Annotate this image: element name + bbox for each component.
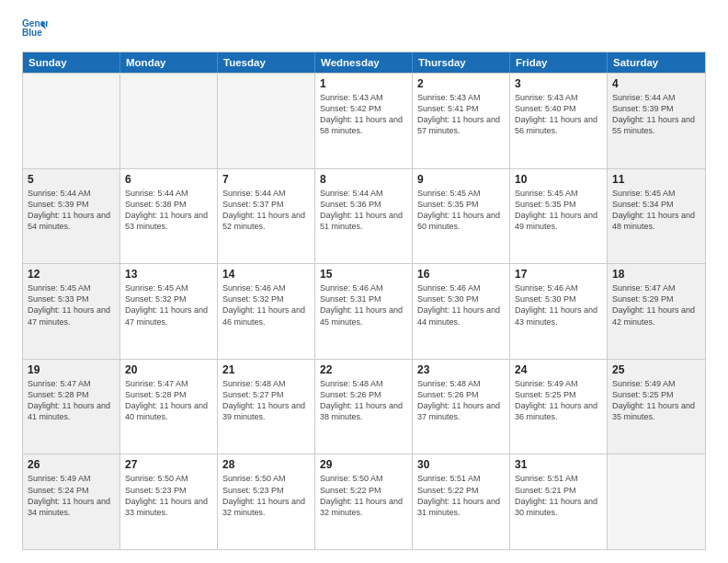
day-info: Sunrise: 5:45 AMSunset: 5:35 PMDaylight:…: [417, 188, 505, 233]
day-number: 17: [515, 268, 602, 281]
calendar-cell: 19Sunrise: 5:47 AMSunset: 5:28 PMDayligh…: [23, 360, 120, 454]
day-info: Sunrise: 5:46 AMSunset: 5:32 PMDaylight:…: [222, 282, 310, 327]
calendar-cell: 6Sunrise: 5:44 AMSunset: 5:38 PMDaylight…: [120, 169, 218, 264]
day-info: Sunrise: 5:45 AMSunset: 5:33 PMDaylight:…: [28, 282, 115, 327]
calendar-cell: 9Sunrise: 5:45 AMSunset: 5:35 PMDaylight…: [413, 169, 510, 264]
weekday-header: Wednesday: [315, 52, 413, 73]
calendar-body: 1Sunrise: 5:43 AMSunset: 5:42 PMDaylight…: [23, 73, 705, 549]
calendar: SundayMondayTuesdayWednesdayThursdayFrid…: [22, 52, 706, 550]
day-number: 22: [320, 363, 407, 376]
calendar-row: 1Sunrise: 5:43 AMSunset: 5:42 PMDaylight…: [23, 73, 705, 168]
day-number: 28: [222, 458, 310, 471]
day-info: Sunrise: 5:48 AMSunset: 5:26 PMDaylight:…: [320, 378, 407, 423]
day-number: 19: [28, 363, 115, 376]
day-number: 3: [515, 77, 602, 90]
weekday-header: Sunday: [23, 52, 120, 73]
day-info: Sunrise: 5:47 AMSunset: 5:29 PMDaylight:…: [612, 282, 700, 327]
day-number: 5: [28, 173, 115, 186]
calendar-row: 26Sunrise: 5:49 AMSunset: 5:24 PMDayligh…: [23, 454, 705, 549]
weekday-header: Monday: [120, 52, 218, 73]
day-info: Sunrise: 5:47 AMSunset: 5:28 PMDaylight:…: [125, 378, 212, 423]
calendar-cell: 26Sunrise: 5:49 AMSunset: 5:24 PMDayligh…: [23, 454, 120, 549]
day-info: Sunrise: 5:44 AMSunset: 5:37 PMDaylight:…: [222, 188, 310, 233]
day-info: Sunrise: 5:43 AMSunset: 5:40 PMDaylight:…: [515, 92, 602, 137]
calendar-cell: 28Sunrise: 5:50 AMSunset: 5:23 PMDayligh…: [218, 454, 315, 549]
day-number: 26: [28, 458, 115, 471]
day-info: Sunrise: 5:49 AMSunset: 5:25 PMDaylight:…: [612, 378, 700, 423]
day-info: Sunrise: 5:43 AMSunset: 5:42 PMDaylight:…: [320, 92, 407, 137]
logo: General Blue: [22, 17, 50, 44]
calendar-cell: 4Sunrise: 5:44 AMSunset: 5:39 PMDaylight…: [608, 74, 705, 168]
day-info: Sunrise: 5:47 AMSunset: 5:28 PMDaylight:…: [28, 378, 115, 423]
calendar-cell: 30Sunrise: 5:51 AMSunset: 5:22 PMDayligh…: [413, 454, 510, 549]
calendar-cell: 27Sunrise: 5:50 AMSunset: 5:23 PMDayligh…: [120, 454, 218, 549]
day-number: 14: [222, 268, 310, 281]
day-info: Sunrise: 5:44 AMSunset: 5:38 PMDaylight:…: [125, 188, 212, 233]
calendar-cell: 11Sunrise: 5:45 AMSunset: 5:34 PMDayligh…: [608, 169, 705, 264]
day-info: Sunrise: 5:45 AMSunset: 5:34 PMDaylight:…: [612, 188, 700, 233]
page: General Blue SundayMondayTuesdayWednesda…: [0, 0, 728, 563]
day-info: Sunrise: 5:50 AMSunset: 5:23 PMDaylight:…: [125, 473, 212, 518]
day-number: 2: [417, 77, 505, 90]
weekday-header: Friday: [510, 52, 608, 73]
day-info: Sunrise: 5:49 AMSunset: 5:24 PMDaylight:…: [28, 473, 115, 518]
day-info: Sunrise: 5:51 AMSunset: 5:21 PMDaylight:…: [515, 473, 602, 518]
calendar-cell: 25Sunrise: 5:49 AMSunset: 5:25 PMDayligh…: [608, 360, 705, 454]
calendar-cell: [218, 74, 315, 168]
day-number: 16: [417, 268, 505, 281]
day-number: 10: [515, 173, 602, 186]
day-number: 6: [125, 173, 212, 186]
calendar-cell: 12Sunrise: 5:45 AMSunset: 5:33 PMDayligh…: [23, 264, 120, 359]
calendar-cell: 20Sunrise: 5:47 AMSunset: 5:28 PMDayligh…: [120, 360, 218, 454]
calendar-cell: 2Sunrise: 5:43 AMSunset: 5:41 PMDaylight…: [413, 74, 510, 168]
day-number: 30: [417, 458, 505, 471]
day-number: 31: [515, 458, 602, 471]
day-number: 15: [320, 268, 407, 281]
day-info: Sunrise: 5:51 AMSunset: 5:22 PMDaylight:…: [417, 473, 505, 518]
day-info: Sunrise: 5:46 AMSunset: 5:31 PMDaylight:…: [320, 282, 407, 327]
day-info: Sunrise: 5:48 AMSunset: 5:26 PMDaylight:…: [417, 378, 505, 423]
weekday-header: Tuesday: [218, 52, 315, 73]
calendar-cell: 5Sunrise: 5:44 AMSunset: 5:39 PMDaylight…: [23, 169, 120, 264]
day-info: Sunrise: 5:46 AMSunset: 5:30 PMDaylight:…: [515, 282, 602, 327]
calendar-cell: 23Sunrise: 5:48 AMSunset: 5:26 PMDayligh…: [413, 360, 510, 454]
calendar-cell: 1Sunrise: 5:43 AMSunset: 5:42 PMDaylight…: [315, 74, 413, 168]
calendar-cell: [120, 74, 218, 168]
day-number: 9: [417, 173, 505, 186]
calendar-cell: 3Sunrise: 5:43 AMSunset: 5:40 PMDaylight…: [510, 74, 608, 168]
day-info: Sunrise: 5:50 AMSunset: 5:22 PMDaylight:…: [320, 473, 407, 518]
calendar-cell: 18Sunrise: 5:47 AMSunset: 5:29 PMDayligh…: [608, 264, 705, 359]
calendar-header: SundayMondayTuesdayWednesdayThursdayFrid…: [23, 52, 705, 73]
calendar-row: 12Sunrise: 5:45 AMSunset: 5:33 PMDayligh…: [23, 263, 705, 359]
calendar-cell: [608, 454, 705, 549]
day-number: 12: [28, 268, 115, 281]
day-number: 27: [125, 458, 212, 471]
calendar-cell: 14Sunrise: 5:46 AMSunset: 5:32 PMDayligh…: [218, 264, 315, 359]
day-number: 18: [612, 268, 700, 281]
day-info: Sunrise: 5:50 AMSunset: 5:23 PMDaylight:…: [222, 473, 310, 518]
calendar-row: 5Sunrise: 5:44 AMSunset: 5:39 PMDaylight…: [23, 168, 705, 264]
calendar-cell: 13Sunrise: 5:45 AMSunset: 5:32 PMDayligh…: [120, 264, 218, 359]
calendar-cell: [23, 74, 120, 168]
day-number: 29: [320, 458, 407, 471]
calendar-cell: 22Sunrise: 5:48 AMSunset: 5:26 PMDayligh…: [315, 360, 413, 454]
day-number: 21: [222, 363, 310, 376]
day-info: Sunrise: 5:43 AMSunset: 5:41 PMDaylight:…: [417, 92, 505, 137]
calendar-row: 19Sunrise: 5:47 AMSunset: 5:28 PMDayligh…: [23, 359, 705, 454]
logo-icon: General Blue: [22, 17, 48, 42]
calendar-cell: 31Sunrise: 5:51 AMSunset: 5:21 PMDayligh…: [510, 454, 608, 549]
calendar-cell: 24Sunrise: 5:49 AMSunset: 5:25 PMDayligh…: [510, 360, 608, 454]
day-info: Sunrise: 5:45 AMSunset: 5:35 PMDaylight:…: [515, 188, 602, 233]
day-number: 23: [417, 363, 505, 376]
calendar-cell: 10Sunrise: 5:45 AMSunset: 5:35 PMDayligh…: [510, 169, 608, 264]
day-info: Sunrise: 5:46 AMSunset: 5:30 PMDaylight:…: [417, 282, 505, 327]
day-info: Sunrise: 5:44 AMSunset: 5:39 PMDaylight:…: [612, 92, 700, 137]
day-number: 4: [612, 77, 700, 90]
day-number: 11: [612, 173, 700, 186]
day-info: Sunrise: 5:49 AMSunset: 5:25 PMDaylight:…: [515, 378, 602, 423]
day-info: Sunrise: 5:48 AMSunset: 5:27 PMDaylight:…: [222, 378, 310, 423]
day-number: 13: [125, 268, 212, 281]
calendar-cell: 29Sunrise: 5:50 AMSunset: 5:22 PMDayligh…: [315, 454, 413, 549]
day-number: 1: [320, 77, 407, 90]
weekday-header: Thursday: [413, 52, 510, 73]
